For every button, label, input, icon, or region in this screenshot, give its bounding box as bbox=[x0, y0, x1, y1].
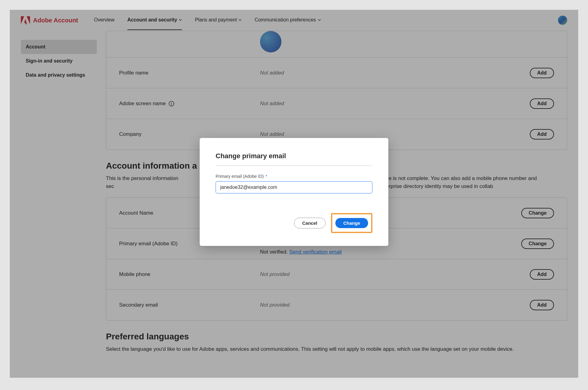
cancel-button[interactable]: Cancel bbox=[294, 218, 326, 228]
email-field-label: Primary email (Adobe ID) * bbox=[216, 174, 372, 179]
change-button-highlight: Change bbox=[331, 213, 372, 233]
modal-overlay: Change primary email Primary email (Adob… bbox=[10, 10, 578, 378]
modal-title: Change primary email bbox=[216, 152, 372, 166]
modal-actions: Cancel Change bbox=[216, 213, 372, 233]
change-email-modal: Change primary email Primary email (Adob… bbox=[200, 138, 388, 246]
email-field-label-text: Primary email (Adobe ID) bbox=[216, 174, 264, 179]
change-button[interactable]: Change bbox=[335, 218, 368, 228]
primary-email-input[interactable] bbox=[216, 181, 372, 193]
required-asterisk-icon: * bbox=[264, 174, 267, 179]
